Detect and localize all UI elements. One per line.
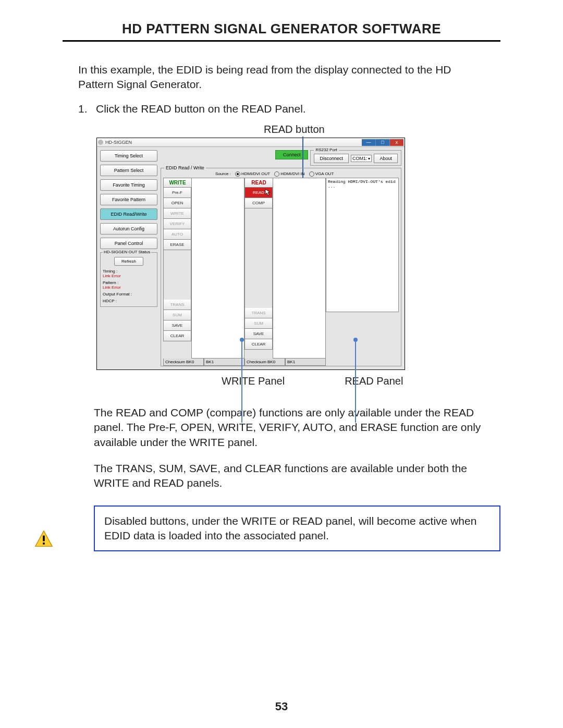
about-button[interactable]: About: [374, 154, 398, 163]
callout-line: [241, 342, 242, 423]
sidebar-edid-readwrite[interactable]: EDID Read/Write: [100, 208, 157, 220]
panel-gap: [163, 250, 191, 300]
window-minimize-button[interactable]: —: [362, 139, 375, 146]
step-text: Click the READ button on the READ Panel.: [96, 102, 306, 116]
write-write-button[interactable]: WRITE: [163, 208, 191, 219]
write-panel-head: WRITE: [163, 178, 191, 188]
callout-dot: [353, 338, 358, 342]
rs232-title: RS232 Port: [314, 147, 338, 152]
sidebar-timing-select[interactable]: Timing Select: [100, 150, 157, 162]
sidebar-autorun-config[interactable]: Autorun Config: [100, 223, 157, 235]
source-row: Source : HDMI/DVI OUT HDMI/DVI IN VGA OU…: [215, 171, 399, 177]
warning-text: Disabled buttons, under the WRITE or REA…: [104, 514, 490, 544]
log-output: Reading HDMI/DVI-OUT's edid ...: [326, 178, 399, 312]
paragraph-2: The TRANS, SUM, SAVE, and CLEAR function…: [94, 461, 485, 491]
edid-group: EDID Read / Write Source : HDMI/DVI OUT …: [161, 168, 401, 366]
write-open-button[interactable]: OPEN: [163, 198, 191, 208]
status-timing: Timing : Link Error: [103, 269, 155, 278]
callout-line: [355, 342, 356, 423]
write-sum-button[interactable]: SUM: [163, 310, 191, 320]
page-number: 53: [0, 700, 563, 713]
app-window: HD-SIGGEN — □ x Timing Select Pattern Se…: [96, 138, 405, 370]
read-checksum-bk1: BK1: [285, 359, 326, 366]
chevron-down-icon: ▾: [368, 156, 370, 161]
window-maximize-button[interactable]: □: [375, 139, 390, 146]
callout-dot: [240, 338, 244, 342]
edid-title: EDID Read / Write: [164, 165, 206, 170]
window-close-button[interactable]: x: [390, 139, 403, 146]
disconnect-button[interactable]: Disconnect: [314, 154, 349, 163]
read-panel-head: READ: [244, 178, 273, 188]
svg-rect-0: [43, 535, 45, 541]
read-comp-button[interactable]: COMP: [244, 198, 273, 208]
write-trans-button[interactable]: TRANS: [163, 300, 191, 310]
status-hdcp: HDCP :: [103, 299, 155, 303]
step-number: 1.: [78, 102, 96, 116]
status-output-format: Output Format :: [103, 292, 155, 297]
read-checksum-bk0: Checksum BK0: [244, 359, 285, 366]
window-title: HD-SIGGEN: [105, 140, 362, 145]
status-refresh-button[interactable]: Refresh: [114, 257, 143, 266]
write-erase-button[interactable]: ERASE: [163, 240, 191, 250]
svg-rect-1: [43, 542, 45, 545]
warning-icon: [34, 529, 53, 548]
sidebar-pattern-select[interactable]: Pattern Select: [100, 165, 157, 176]
sidebar-panel-control[interactable]: Panel Control: [100, 238, 157, 249]
write-verify-button[interactable]: VERIFY: [163, 219, 191, 229]
callout-write-panel: WRITE Panel: [222, 375, 285, 387]
write-checksum-bk0: Checksum BK0: [163, 359, 204, 366]
sidebar-favorite-pattern[interactable]: Favorite Pattern: [100, 194, 157, 205]
status-pattern: Pattern : Link Error: [103, 280, 155, 290]
radio-hdmi-out[interactable]: [235, 171, 240, 177]
read-clear-button[interactable]: CLEAR: [244, 339, 273, 350]
callout-read-button: READ button: [264, 124, 500, 135]
write-checksum-bk1: BK1: [204, 359, 244, 366]
write-auto-button[interactable]: AUTO: [163, 229, 191, 240]
rs232-port-group: RS232 Port Disconnect COM1:▾ About: [310, 150, 401, 166]
callout-read-panel: READ Panel: [345, 375, 403, 387]
read-panel-body: [273, 178, 326, 359]
write-clear-button[interactable]: CLEAR: [163, 331, 191, 341]
paragraph-1: The READ and COMP (compare) functions ar…: [94, 405, 485, 450]
panel-gap: [244, 208, 273, 308]
status-group: HD-SIGGEN OUT Status Refresh Timing : Li…: [100, 252, 157, 307]
com-port-select[interactable]: COM1:▾: [351, 155, 372, 162]
write-pref-button[interactable]: Pre-F: [163, 188, 191, 198]
window-titlebar[interactable]: HD-SIGGEN — □ x: [97, 138, 405, 147]
cursor-icon: [265, 189, 271, 196]
write-panel-body: [191, 178, 244, 359]
read-sum-button[interactable]: SUM: [244, 318, 273, 329]
app-icon: [98, 140, 103, 145]
read-trans-button[interactable]: TRANS: [244, 308, 273, 318]
status-title: HD-SIGGEN OUT Status: [103, 250, 151, 254]
read-read-button[interactable]: READ: [244, 188, 273, 198]
intro-text: In this example, the EDID is being read …: [78, 63, 485, 92]
write-save-button[interactable]: SAVE: [163, 320, 191, 331]
radio-vga-out[interactable]: [309, 171, 314, 177]
read-save-button[interactable]: SAVE: [244, 329, 273, 339]
warning-box: Disabled buttons, under the WRITE or REA…: [94, 505, 500, 552]
sidebar-favorite-timing[interactable]: Favorite Timing: [100, 179, 157, 191]
radio-hdmi-in[interactable]: [274, 171, 279, 177]
page-title: HD PATTERN SIGNAL GENERATOR SOFTWARE: [63, 21, 500, 42]
